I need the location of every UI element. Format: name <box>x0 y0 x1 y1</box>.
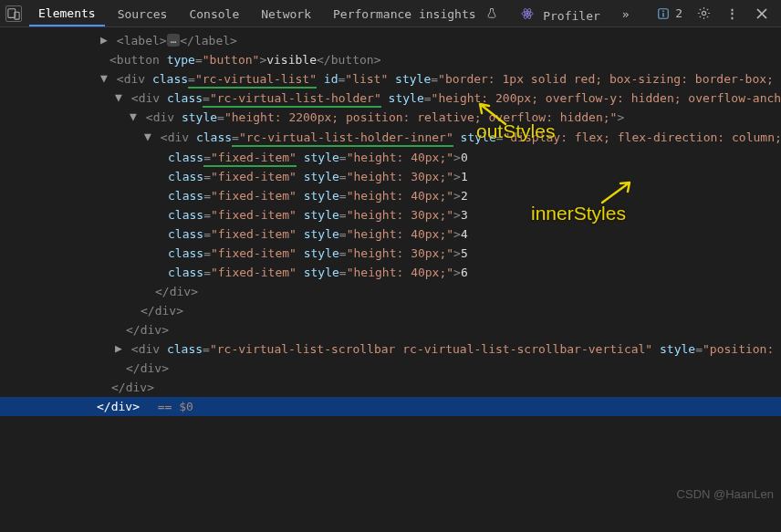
more-icon[interactable]: ⋮ <box>724 5 741 22</box>
device-toggle-icon[interactable] <box>5 5 22 22</box>
tag-end: > <box>453 189 461 203</box>
attr-value: "height: 30px;" <box>347 170 453 183</box>
ellipsis-icon[interactable]: … <box>167 34 181 47</box>
collapse-arrow-icon[interactable]: ▼ <box>99 68 109 88</box>
attr-name: class <box>168 170 203 183</box>
text-node: 1 <box>461 170 468 183</box>
attr-value: "fixed-item" <box>211 246 297 260</box>
tree-row[interactable]: ▼ <div class="rc-virtual-list-holder" st… <box>0 89 781 108</box>
issues-count: 2 <box>675 6 682 20</box>
tree-row[interactable]: </div> <box>0 359 781 378</box>
attr-name: style <box>304 266 339 279</box>
attr-name: class <box>152 72 188 86</box>
attr-name: style <box>304 246 339 260</box>
tree-row[interactable]: class="fixed-item" style="height: 40px;"… <box>0 186 781 205</box>
tag-open: <div <box>146 110 174 124</box>
tag-end: > <box>453 208 461 222</box>
attr-name: class <box>196 130 232 144</box>
attr-name: style <box>389 91 424 105</box>
collapse-arrow-icon[interactable]: ▼ <box>113 88 124 107</box>
tree-row[interactable]: class="fixed-item" style="height: 30px;"… <box>0 205 781 224</box>
attr-name: class <box>168 227 203 241</box>
tree-row[interactable]: ▶ <div class="rc-virtual-list-scrollbar … <box>0 339 781 359</box>
tag-open: class="fixed-item" style="height: 40px;"… <box>168 189 468 203</box>
tree-row-selected[interactable]: </div> == $0 <box>0 397 781 416</box>
tab-sources[interactable]: Sources <box>109 2 177 26</box>
elements-dom-tree[interactable]: ▶ <label>…</label> <button type="button"… <box>0 27 781 442</box>
attr-name: style <box>660 342 695 356</box>
tree-row[interactable]: </div> <box>0 378 781 397</box>
attr-value: "fixed-item" <box>211 227 297 241</box>
tab-profiler[interactable]: Profiler <box>510 0 609 27</box>
tag-close: </div> <box>97 400 140 413</box>
svg-rect-7 <box>662 10 663 12</box>
attr-value: "display: flex; <box>504 130 610 144</box>
tree-row[interactable]: </div> <box>0 282 781 301</box>
tag-close: </div> <box>155 285 198 298</box>
tree-row[interactable]: </div> <box>0 301 781 320</box>
tag-open: class="fixed-item" style="height: 30px;"… <box>168 208 468 222</box>
attr-value: "height: 40px;" <box>347 189 453 203</box>
tree-row[interactable]: <button type="button">visible</button> <box>0 50 781 69</box>
attr-value: "rc-virtual-list" <box>195 72 317 89</box>
collapse-arrow-icon[interactable]: ▼ <box>128 107 139 126</box>
tag-close: </label> <box>180 34 237 47</box>
text-node: 3 <box>461 208 468 222</box>
tag-end: > <box>453 266 461 279</box>
tag-open: class="fixed-item" style="height: 30px;"… <box>168 170 468 183</box>
attr-name: style <box>304 208 339 222</box>
tag-open: <div <box>161 130 189 144</box>
attr-value: "height: 30px;" <box>347 208 453 222</box>
attr-name: style <box>304 189 339 203</box>
tree-row[interactable]: class="fixed-item" style="height: 30px;"… <box>0 244 781 263</box>
close-icon[interactable] <box>754 5 770 22</box>
attr-name: style <box>304 170 339 183</box>
tag-open: class="fixed-item" style="height: 40px;"… <box>168 227 468 241</box>
attr-value: "button" <box>203 53 260 67</box>
tag-end: > <box>453 227 461 241</box>
attr-value: "position: absolute; width: 8px; top: 0p… <box>703 342 781 356</box>
text-node: 4 <box>461 227 468 241</box>
tab-label: Profiler <box>543 9 600 23</box>
tag-close: </div> <box>126 323 169 337</box>
tab-performance-insights[interactable]: Performance insights <box>324 2 506 26</box>
tab-network[interactable]: Network <box>252 2 320 26</box>
tree-row[interactable]: class="fixed-item" style="height: 30px;"… <box>0 167 781 186</box>
watermark: CSDN @HaanLen <box>677 487 774 501</box>
attr-value: "height: 40px;" <box>347 151 453 164</box>
svg-point-2 <box>526 12 529 15</box>
text-node: 2 <box>461 189 468 203</box>
attr-value: "fixed-item" <box>211 151 297 167</box>
attr-value: "border: 1px solid red; box-sizing: bord… <box>438 72 781 86</box>
tree-row[interactable]: </div> <box>0 320 781 339</box>
text-node: visible <box>266 53 317 67</box>
expand-arrow-icon[interactable]: ▶ <box>99 30 109 49</box>
attr-name: class <box>168 189 203 203</box>
tag-open: <div <box>131 342 160 356</box>
attr-name: class <box>168 246 203 260</box>
tabs-overflow[interactable]: » <box>613 2 639 26</box>
tag-end: > <box>453 170 461 183</box>
tag-end: > <box>453 246 461 260</box>
svg-rect-8 <box>662 13 663 16</box>
gear-icon[interactable] <box>695 5 712 22</box>
tree-row[interactable]: class="fixed-item" style="height: 40px;"… <box>0 148 781 167</box>
tree-row[interactable]: class="fixed-item" style="height: 40px;"… <box>0 263 781 282</box>
attr-name: style <box>461 130 496 144</box>
attr-name: style <box>182 110 217 124</box>
tree-row[interactable]: ▼ <div class="rc-virtual-list" id="list"… <box>0 69 781 89</box>
attr-name: style <box>304 151 339 164</box>
expand-arrow-icon[interactable]: ▶ <box>113 339 124 358</box>
tree-row[interactable]: ▶ <label>…</label> <box>0 31 781 50</box>
tree-row[interactable]: ▼ <div class="rc-virtual-list-holder-inn… <box>0 127 781 148</box>
issues-badge[interactable]: 2 <box>655 5 682 22</box>
tree-row[interactable]: ▼ <div style="height: 2200px; position: … <box>0 108 781 127</box>
tab-elements[interactable]: Elements <box>29 1 105 26</box>
tab-console[interactable]: Console <box>180 2 248 26</box>
attr-value: 200px; <box>495 91 538 105</box>
attr-value: flex-direction: column; transform: trans… <box>618 130 781 144</box>
attr-value: "rc-virtual-list-holder-inner" <box>239 130 453 147</box>
devtools-tabbar: Elements Sources Console Network Perform… <box>0 0 781 27</box>
tree-row[interactable]: class="fixed-item" style="height: 40px;"… <box>0 224 781 244</box>
collapse-arrow-icon[interactable]: ▼ <box>142 127 153 146</box>
